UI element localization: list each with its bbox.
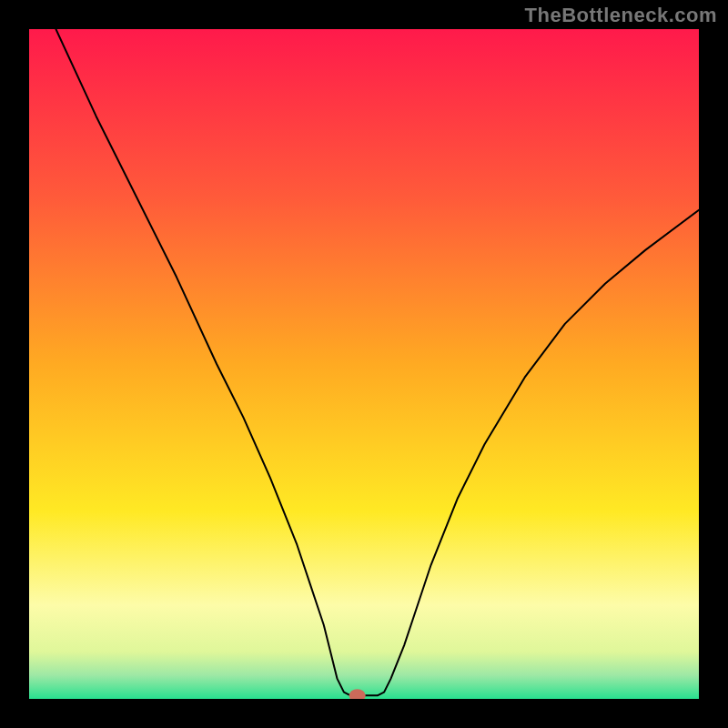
plot-area <box>29 29 699 699</box>
watermark-text: TheBottleneck.com <box>525 4 717 27</box>
chart-container: TheBottleneck.com <box>0 0 728 728</box>
bottleneck-curve-svg <box>29 29 699 699</box>
gradient-background <box>29 29 699 699</box>
